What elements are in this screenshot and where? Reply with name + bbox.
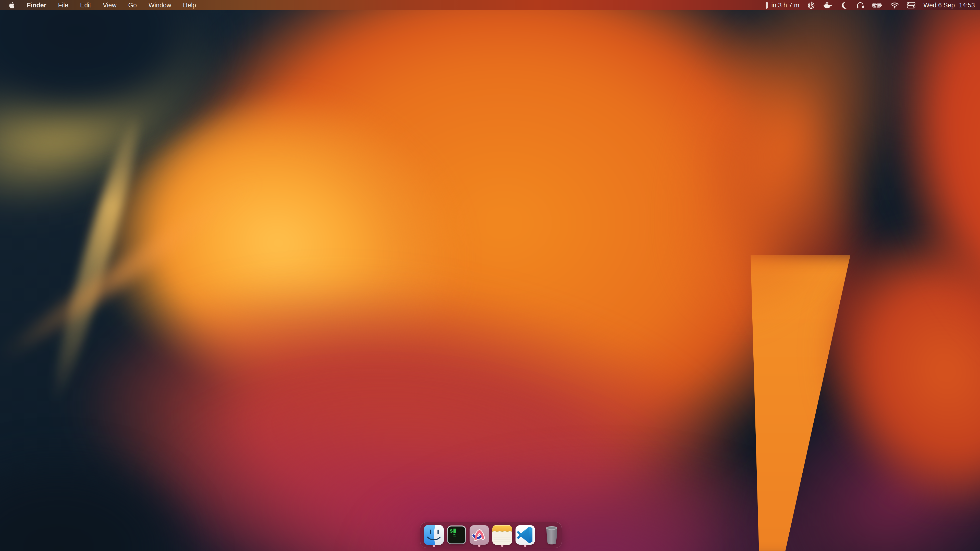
- menu-window[interactable]: Window: [148, 2, 171, 9]
- clock-time: 14:53: [959, 2, 975, 9]
- focus-moon-icon[interactable]: [840, 1, 848, 9]
- menu-help[interactable]: Help: [183, 2, 196, 9]
- running-indicator: [478, 545, 480, 547]
- menu-edit[interactable]: Edit: [80, 2, 91, 9]
- dock-item-terminal[interactable]: $: [447, 523, 466, 547]
- running-indicator: [433, 545, 435, 547]
- timer-label: in 3 h 7 m: [771, 2, 799, 9]
- dock-item-vscode[interactable]: [515, 523, 535, 547]
- wifi-icon[interactable]: [891, 2, 899, 9]
- battery-charging-icon[interactable]: [872, 2, 883, 8]
- dock: $: [420, 522, 562, 548]
- status-timer[interactable]: in 3 h 7 m: [765, 2, 799, 9]
- power-ring-icon[interactable]: [807, 1, 815, 9]
- dock-item-arc-browser[interactable]: [469, 523, 489, 547]
- running-indicator: [501, 545, 504, 547]
- running-indicator: [524, 545, 527, 547]
- clock-date: Wed 6 Sep: [923, 2, 955, 9]
- vertical-bar-icon: [765, 2, 768, 9]
- app-menu-finder[interactable]: Finder: [27, 2, 46, 9]
- desktop-wallpaper: [0, 0, 980, 551]
- menubar-clock[interactable]: Wed 6 Sep 14:53: [923, 2, 975, 9]
- dock-item-notes[interactable]: [492, 523, 512, 547]
- svg-text:$: $: [450, 528, 453, 534]
- menu-view[interactable]: View: [103, 2, 117, 9]
- apple-logo-icon[interactable]: [9, 2, 15, 8]
- dock-item-trash[interactable]: [544, 523, 559, 547]
- control-center-icon[interactable]: [907, 2, 915, 9]
- menu-file[interactable]: File: [58, 2, 68, 9]
- menu-bar: Finder File Edit View Go Window Help in …: [0, 0, 980, 10]
- headphones-icon[interactable]: [856, 1, 864, 9]
- menu-go[interactable]: Go: [128, 2, 137, 9]
- docker-whale-icon[interactable]: [823, 2, 832, 9]
- dock-item-finder[interactable]: [424, 523, 444, 547]
